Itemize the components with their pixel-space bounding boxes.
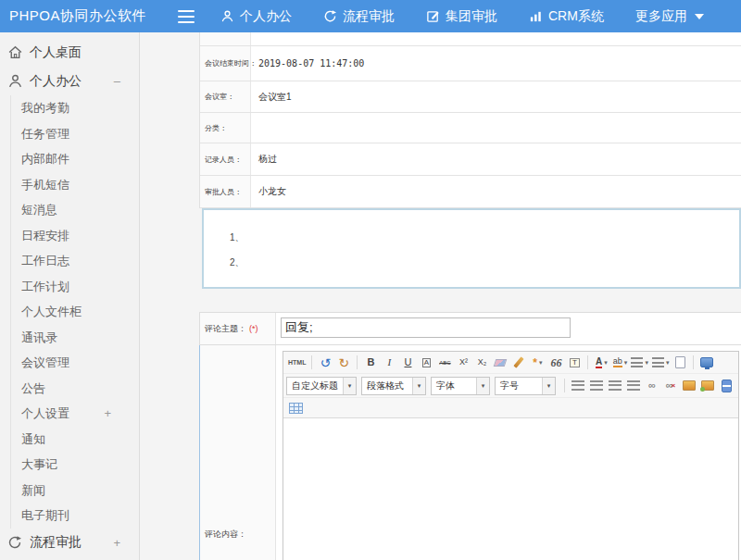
nav-workflow-approval[interactable]: 流程审批: [323, 8, 395, 25]
italic-icon: I: [388, 357, 392, 367]
hamburger-menu-icon[interactable]: [178, 10, 195, 23]
content-line: 1、: [230, 225, 739, 250]
font-family-select[interactable]: 字体▾: [431, 377, 490, 395]
sidebar-item-sms[interactable]: 手机短信: [11, 172, 139, 198]
home-icon: [7, 44, 23, 60]
editor-toolbar-row3: [283, 398, 738, 418]
bold-icon: B: [367, 357, 374, 367]
paste-from-word-button[interactable]: T: [566, 355, 583, 371]
highlight-color-button[interactable]: ab▾: [611, 355, 628, 371]
sidebar-item-attendance[interactable]: 我的考勤: [11, 95, 139, 121]
font-border-button[interactable]: A: [418, 355, 434, 371]
expand-toggle[interactable]: +: [113, 536, 120, 550]
insert-link-button[interactable]: ∞: [644, 378, 660, 394]
toolbar-separator: [587, 355, 588, 369]
caret-down-icon: ▾: [539, 359, 543, 367]
sidebar-item-task-management[interactable]: 任务管理: [11, 121, 139, 147]
sidebar-item-events[interactable]: 大事记: [11, 452, 139, 478]
sidebar-item-internal-mail[interactable]: 内部邮件: [11, 146, 139, 172]
caret-down-icon: ▾: [542, 378, 555, 394]
field-value: 杨过: [251, 143, 741, 175]
table-row-approver: 审批人员： 小龙女: [200, 176, 741, 208]
sidebar-section-personal-office[interactable]: 个人办公 –: [0, 67, 139, 95]
nav-group-approval[interactable]: 集团审批: [426, 8, 497, 25]
eraser-button[interactable]: [492, 355, 509, 371]
expand-toggle[interactable]: +: [104, 401, 111, 427]
sidebar-item-personal-desktop[interactable]: 个人桌面: [0, 38, 139, 67]
align-right-icon: [609, 380, 622, 391]
field-value: [251, 113, 741, 143]
fullscreen-button[interactable]: [698, 355, 715, 371]
quote-icon: 66: [550, 357, 561, 368]
superscript-button[interactable]: X²: [455, 355, 471, 371]
custom-heading-select[interactable]: 自定义标题▾: [286, 377, 357, 395]
nav-more-apps[interactable]: 更多应用: [635, 8, 704, 25]
sidebar-item-news[interactable]: 新闻: [11, 478, 139, 504]
image-album-button[interactable]: [699, 378, 716, 394]
strikethrough-button[interactable]: ABC: [436, 355, 453, 371]
align-right-button[interactable]: [607, 378, 623, 394]
toolbar-separator: [693, 355, 694, 369]
insert-media-button[interactable]: [718, 378, 735, 394]
highlight-icon: ab: [613, 357, 622, 367]
sidebar-item-personal-settings[interactable]: 个人设置+: [11, 401, 139, 427]
italic-button[interactable]: I: [381, 355, 397, 371]
font-color-icon: A: [596, 357, 602, 368]
undo-button[interactable]: ↺: [317, 355, 333, 371]
align-justify-button[interactable]: [625, 378, 642, 394]
toolbar-separator: [564, 379, 565, 392]
sidebar-item-announcement[interactable]: 公告: [11, 376, 139, 402]
sidebar-item-contacts[interactable]: 通讯录: [11, 325, 139, 351]
sidebar-section-workflow-approval[interactable]: 流程审批 +: [0, 529, 139, 557]
sidebar-item-e-journal[interactable]: 电子期刊: [11, 503, 139, 529]
topbar: PHPOA协同办公软件 个人办公 流程审批 集团审批 CRM系统 更多应用: [0, 0, 741, 32]
field-value: 2019-08-07 11:47:00: [251, 46, 741, 81]
unordered-list-button[interactable]: ▾: [651, 355, 671, 371]
align-center-icon: [590, 380, 603, 391]
font-size-select[interactable]: 字号▾: [495, 377, 556, 395]
table-grid-icon: [289, 403, 303, 414]
subscript-button[interactable]: X₂: [473, 355, 490, 371]
sidebar-item-short-message[interactable]: 短消息: [11, 197, 139, 223]
sidebar-item-work-log[interactable]: 工作日志: [11, 248, 139, 274]
table-row-recorder: 记录人员： 杨过: [200, 143, 741, 176]
personal-office-submenu: 我的考勤 任务管理 内部邮件 手机短信 短消息 日程安排 工作日志 工作计划 个…: [10, 95, 139, 529]
nav-crm[interactable]: CRM系统: [529, 8, 604, 25]
sidebar-item-file-cabinet[interactable]: 个人文件柜: [11, 299, 139, 325]
blockquote-button[interactable]: 66: [547, 355, 564, 371]
sidebar-item-meeting-management[interactable]: 会议管理: [11, 350, 139, 376]
table-row-category: 分类：: [200, 113, 741, 143]
format-brush-button[interactable]: [510, 355, 527, 371]
source-code-button[interactable]: HTML: [287, 355, 307, 371]
redo-button[interactable]: ↻: [335, 355, 352, 371]
bar-chart-icon: [529, 9, 543, 23]
paint-icon: *: [533, 357, 537, 368]
new-document-button[interactable]: [672, 355, 688, 371]
paragraph-format-select[interactable]: 段落格式▾: [361, 377, 426, 395]
insert-table-button[interactable]: [287, 400, 304, 417]
rich-text-editor: HTML ↺ ↻ B I U A ABC X² X₂: [283, 351, 739, 560]
sidebar-item-work-plan[interactable]: 工作计划: [11, 274, 139, 300]
top-navigation: 个人办公 流程审批 集团审批 CRM系统 更多应用: [220, 8, 704, 25]
underline-button[interactable]: U: [399, 355, 416, 371]
content-line: 2、: [230, 250, 739, 275]
field-label: 审批人员：: [200, 176, 251, 207]
sidebar-item-notification[interactable]: 通知: [11, 427, 139, 453]
paint-format-button[interactable]: *▾: [529, 355, 546, 371]
align-center-button[interactable]: [588, 378, 605, 394]
comment-subject-input[interactable]: [281, 317, 571, 338]
bold-button[interactable]: B: [362, 355, 379, 371]
font-color-button[interactable]: A▾: [593, 355, 609, 371]
field-label: 分类：: [200, 113, 251, 143]
sidebar-item-schedule[interactable]: 日程安排: [11, 223, 139, 249]
align-left-button[interactable]: [570, 378, 586, 394]
collapse-toggle[interactable]: –: [114, 74, 120, 88]
insert-image-button[interactable]: [681, 378, 697, 394]
album-icon: [701, 380, 714, 391]
table-row-partial: [200, 32, 741, 46]
nav-personal-office[interactable]: 个人办公: [220, 8, 292, 25]
edit-square-icon: [426, 9, 440, 23]
editor-content-area[interactable]: [283, 418, 738, 560]
ordered-list-button[interactable]: ▾: [630, 355, 649, 371]
remove-link-button[interactable]: ∞×: [662, 378, 679, 394]
